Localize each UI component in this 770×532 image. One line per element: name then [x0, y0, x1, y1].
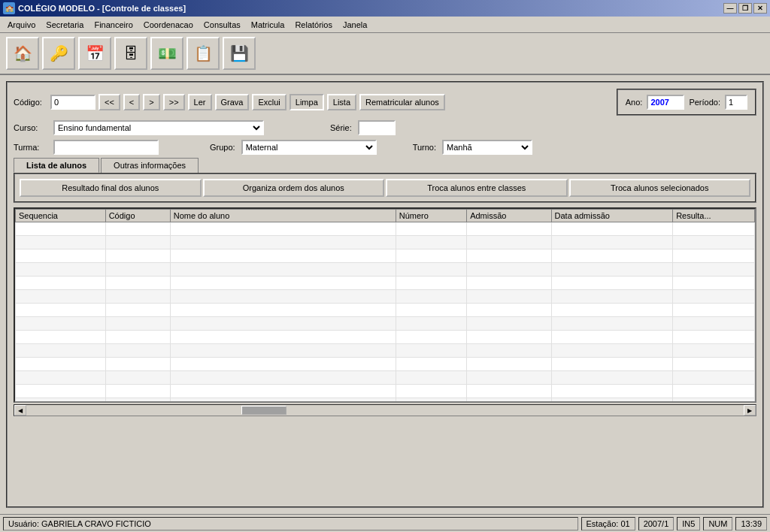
col-sequencia: Sequencia — [16, 210, 106, 222]
col-data-admissao: Data admissão — [551, 210, 673, 222]
table-row — [16, 236, 755, 249]
title-bar: 🏫 COLÉGIO MODELO - [Controle de classes]… — [0, 0, 770, 17]
window-title: COLÉGIO MODELO - [Controle de classes] — [18, 4, 186, 13]
col-admissao: Admissão — [467, 210, 551, 222]
col-resultado: Resulta... — [673, 210, 755, 222]
exclui-button[interactable]: Exclui — [252, 94, 286, 110]
ano-input[interactable] — [647, 95, 684, 110]
status-ano-periodo: 2007/1 — [638, 517, 675, 530]
next-button[interactable]: > — [143, 94, 159, 110]
toolbar-key-button[interactable]: 🔑 — [42, 37, 75, 70]
menu-secretaria[interactable]: Secretaria — [41, 19, 88, 31]
scroll-right-button[interactable]: ▶ — [744, 405, 756, 416]
turma-input[interactable] — [53, 140, 159, 155]
restore-button[interactable]: ❐ — [738, 3, 752, 14]
toolbar: 🏠 🔑 📅 🗄 💵 📋 💾 — [0, 33, 770, 75]
lista-button[interactable]: Lista — [327, 94, 356, 110]
menu-janela[interactable]: Janela — [338, 19, 371, 31]
table-row — [16, 290, 755, 304]
first-button[interactable]: << — [99, 94, 120, 110]
last-button[interactable]: >> — [163, 94, 185, 110]
serie-input[interactable] — [358, 120, 396, 135]
menu-relatorios[interactable]: Relatórios — [290, 19, 337, 31]
data-table-wrapper[interactable]: Sequencia Código Nome do aluno Número Ad… — [14, 207, 756, 403]
grupo-label: Grupo: — [210, 143, 235, 152]
table-row — [16, 222, 755, 236]
toolbar-cabinet-button[interactable]: 🗄 — [114, 37, 147, 70]
app-icon: 🏫 — [3, 2, 15, 14]
troca-entre-classes-button[interactable]: Troca alunos entre classes — [386, 179, 568, 197]
menu-matricula[interactable]: Matricula — [247, 19, 290, 31]
status-ins: IN5 — [677, 517, 700, 530]
limpa-button[interactable]: Limpa — [290, 94, 324, 110]
curso-label: Curso: — [14, 123, 47, 132]
action-buttons-area: Resultado final dos alunos Organiza orde… — [14, 173, 756, 203]
curso-select[interactable]: Ensino fundamental Ensino médio Educação… — [53, 120, 264, 135]
table-row — [16, 304, 755, 317]
table-row — [16, 358, 755, 371]
menu-bar: Arquivo Secretaria Financeiro Coordenaca… — [0, 17, 770, 33]
serie-label: Série: — [330, 123, 352, 132]
status-num: NUM — [703, 517, 732, 530]
periodo-input[interactable] — [725, 95, 747, 110]
turno-label: Turno: — [413, 143, 436, 152]
menu-arquivo[interactable]: Arquivo — [3, 19, 40, 31]
status-usuario: Usuário: GABRIELA CRAVO FICTICIO — [3, 517, 578, 530]
tab-outras-informacoes[interactable]: Outras informações — [101, 158, 199, 173]
status-time: 13:39 — [735, 517, 767, 530]
toolbar-home-button[interactable]: 🏠 — [6, 37, 39, 70]
grupo-select[interactable]: Maternal Pré-escola Jardim — [241, 140, 377, 155]
col-nome: Nome do aluno — [170, 210, 396, 222]
toolbar-calendar-button[interactable]: 📅 — [78, 37, 111, 70]
ano-periodo-panel: Ano: Período: — [617, 89, 756, 116]
organiza-ordem-button[interactable]: Organiza ordem dos alunos — [203, 179, 385, 197]
resultado-final-button[interactable]: Resultado final dos alunos — [20, 179, 202, 197]
ler-button[interactable]: Ler — [188, 94, 212, 110]
menu-coordenacao[interactable]: Coordenacao — [139, 19, 198, 31]
main-panel: Código: << < > >> Ler Grava Exclui Limpa… — [6, 81, 764, 508]
troca-selecionados-button[interactable]: Troca alunos selecionados — [569, 179, 751, 197]
toolbar-circuit-button[interactable]: 📋 — [186, 37, 220, 70]
codigo-label: Código: — [14, 98, 47, 107]
col-codigo: Código — [105, 210, 170, 222]
col-numero: Número — [396, 210, 466, 222]
tab-lista-alunos[interactable]: Lista de alunos — [14, 158, 99, 173]
turma-label: Turma: — [14, 143, 47, 152]
close-button[interactable]: ✕ — [753, 3, 767, 14]
codigo-input[interactable] — [50, 95, 95, 110]
table-row — [16, 249, 755, 263]
main-area: Código: << < > >> Ler Grava Exclui Limpa… — [0, 75, 770, 514]
data-table: Sequencia Código Nome do aluno Número Ad… — [15, 209, 755, 403]
menu-financeiro[interactable]: Financeiro — [89, 19, 137, 31]
ano-label: Ano: — [626, 98, 643, 107]
table-row — [16, 317, 755, 331]
table-row — [16, 398, 755, 404]
status-bar: Usuário: GABRIELA CRAVO FICTICIO Estação… — [0, 514, 770, 532]
table-row — [16, 385, 755, 398]
toolbar-save-button[interactable]: 💾 — [223, 37, 256, 70]
rematricula-button[interactable]: Rematricular alunos — [359, 94, 445, 110]
table-row — [16, 344, 755, 358]
table-row — [16, 263, 755, 277]
periodo-label: Período: — [689, 98, 720, 107]
scroll-left-button[interactable]: ◀ — [14, 405, 26, 416]
table-row — [16, 331, 755, 344]
status-estacao: Estação: 01 — [581, 517, 635, 530]
toolbar-dollar-button[interactable]: 💵 — [150, 37, 183, 70]
minimize-button[interactable]: — — [723, 3, 737, 14]
prev-button[interactable]: < — [123, 94, 140, 110]
tabs-area: Lista de alunos Outras informações — [14, 158, 756, 173]
grava-button[interactable]: Grava — [215, 94, 250, 110]
table-row — [16, 277, 755, 290]
hscroll-thumb[interactable] — [241, 406, 286, 415]
turno-select[interactable]: Manhã Tarde Noite — [442, 140, 532, 155]
table-row — [16, 371, 755, 385]
menu-consultas[interactable]: Consultas — [199, 19, 245, 31]
